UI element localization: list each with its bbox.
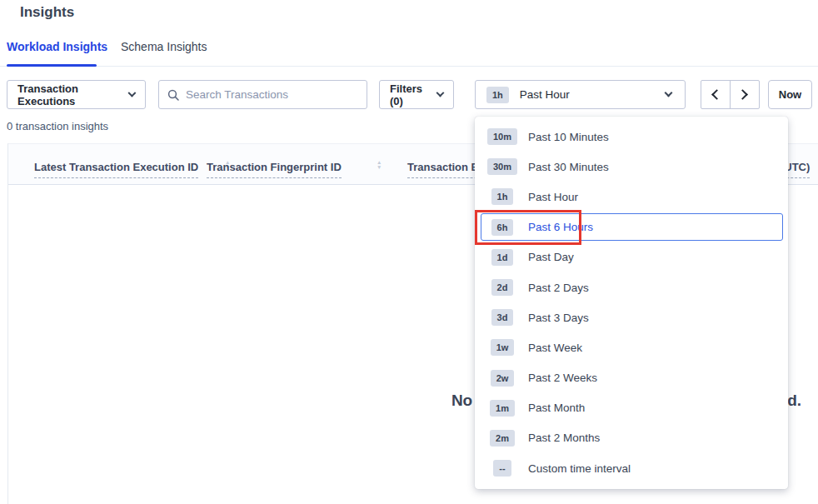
interval-badge: 30m — [487, 158, 517, 175]
time-interval-dropdown: 10m Past 10 Minutes 30m Past 30 Minutes … — [475, 117, 788, 489]
workload-type-label: Transaction Executions — [17, 82, 129, 107]
interval-badge: 2d — [491, 279, 514, 296]
interval-badge: 1m — [490, 400, 515, 417]
focus-ring — [481, 213, 783, 241]
menu-item-past-2-months[interactable]: 2m Past 2 Months — [475, 423, 788, 453]
interval-label: Past 2 Days — [528, 282, 589, 294]
menu-item-past-hour[interactable]: 1h Past Hour — [475, 182, 788, 212]
column-header-latest-transaction-execution-id[interactable]: Latest Transaction Execution ID — [34, 161, 198, 178]
chevron-left-icon — [711, 89, 722, 100]
interval-badge: 2m — [490, 430, 515, 447]
menu-item-past-week[interactable]: 1w Past Week — [475, 332, 788, 362]
insights-page: Insights Workload Insights Schema Insigh… — [0, 0, 818, 504]
interval-label: Past Hour — [528, 191, 578, 203]
filters-label: Filters (0) — [390, 82, 437, 107]
results-count: 0 transaction insights — [7, 120, 108, 132]
interval-label: Past Day — [528, 251, 574, 263]
interval-label: Past 3 Days — [528, 312, 589, 324]
menu-item-past-3-days[interactable]: 3d Past 3 Days — [475, 302, 788, 332]
menu-item-past-6-hours[interactable]: 6h Past 6 Hours — [475, 212, 788, 242]
interval-badge: 3d — [491, 309, 514, 326]
search-icon — [167, 89, 179, 101]
workload-type-select[interactable]: Transaction Executions — [7, 80, 146, 109]
interval-badge: 1w — [491, 339, 515, 356]
chevron-down-icon — [436, 89, 445, 97]
previous-range-button[interactable] — [701, 81, 731, 108]
time-interval-badge: 1h — [486, 87, 509, 103]
interval-badge: 6h — [491, 219, 514, 236]
menu-item-past-2-days[interactable]: 2d Past 2 Days — [475, 272, 788, 302]
interval-badge: 2w — [491, 370, 515, 387]
tab-schema-insights[interactable]: Schema Insights — [121, 40, 207, 53]
time-interval-select[interactable]: 1h Past Hour — [475, 80, 686, 109]
column-header-transaction-fingerprint-id[interactable]: Transaction Fingerprint ID — [207, 161, 342, 178]
interval-badge: -- — [493, 460, 511, 477]
interval-label: Past 10 Minutes — [528, 131, 609, 143]
now-button[interactable]: Now — [768, 80, 812, 109]
active-tab-underline — [7, 64, 97, 67]
now-label: Now — [779, 88, 801, 101]
interval-label: Past 30 Minutes — [528, 161, 609, 173]
menu-item-past-month[interactable]: 1m Past Month — [475, 393, 788, 423]
menu-item-custom-time-interval[interactable]: -- Custom time interval — [475, 453, 788, 483]
menu-item-past-30-minutes[interactable]: 30m Past 30 Minutes — [475, 152, 788, 182]
filters-button[interactable]: Filters (0) — [379, 80, 454, 109]
sort-icon[interactable]: ▲▼ — [377, 160, 382, 170]
interval-badge: 10m — [487, 128, 517, 145]
time-range-arrows — [701, 80, 760, 109]
time-interval-label: Past Hour — [520, 88, 570, 101]
interval-label: Past 2 Weeks — [528, 372, 597, 384]
interval-label: Custom time interval — [528, 462, 631, 475]
search-box[interactable] — [158, 80, 367, 109]
chevron-right-icon — [737, 89, 748, 100]
tab-bar: Workload Insights Schema Insights — [0, 37, 818, 67]
interval-badge: 1h — [491, 188, 514, 205]
table-left-border — [7, 143, 8, 504]
interval-badge: 1d — [491, 249, 514, 266]
interval-label: Past 2 Months — [528, 432, 600, 444]
interval-label: Past 6 Hours — [528, 221, 593, 233]
menu-item-past-10-minutes[interactable]: 10m Past 10 Minutes — [475, 122, 788, 152]
menu-item-past-2-weeks[interactable]: 2w Past 2 Weeks — [475, 363, 788, 393]
chevron-down-icon — [665, 89, 673, 97]
page-title: Insights — [20, 4, 74, 21]
interval-label: Past Month — [528, 402, 585, 414]
tab-workload-insights[interactable]: Workload Insights — [7, 40, 107, 53]
next-range-button[interactable] — [731, 81, 760, 108]
menu-item-past-day[interactable]: 1d Past Day — [475, 242, 788, 272]
interval-label: Past Week — [528, 342, 582, 354]
search-input[interactable] — [186, 88, 358, 101]
